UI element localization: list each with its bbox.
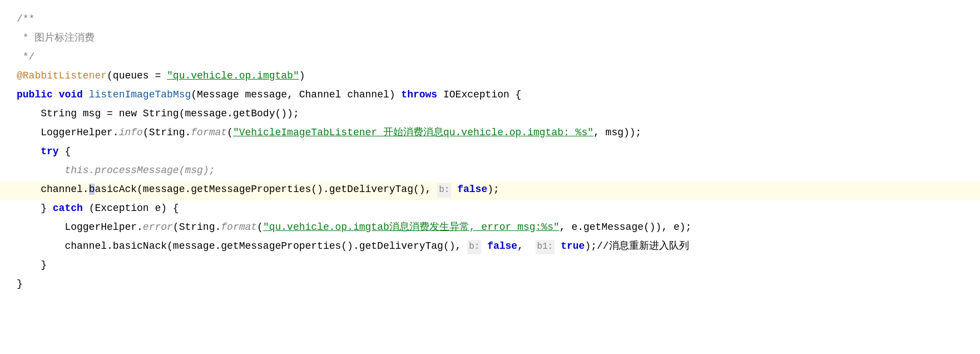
basic-ack-selected: basicAck: [89, 181, 137, 198]
comment-text: /**: [17, 11, 34, 27]
nack-comma: ,: [517, 238, 535, 254]
logger-error-indent: LoggerHelper.: [17, 219, 143, 235]
code-line-channel-nack: channel.basicNack(message.getMessageProp…: [0, 238, 980, 257]
logger-format-string: "VehicleImageTabListener 开始消费消息qu.vehicl…: [233, 125, 593, 141]
catch-close-brace: }: [17, 257, 47, 273]
code-line-process: this.processMessage(msg);: [0, 163, 980, 181]
keyword-public: public: [17, 87, 53, 103]
error-format-call: (String.: [173, 219, 221, 235]
method-name: listenImageTabMsg: [89, 87, 191, 103]
format-method: format: [191, 125, 227, 141]
selected-basic-ack: b: [89, 184, 95, 195]
code-line-try: try {: [0, 144, 980, 163]
code-line-method-sig: public void listenImageTabMsg(Message me…: [0, 87, 980, 106]
indent-try: [17, 144, 41, 160]
code-line-comment3: */: [0, 49, 980, 68]
b-param-hint2: b:: [467, 240, 481, 254]
nack-end: );//消息重新进入队列: [585, 238, 689, 254]
ack-end: );: [487, 181, 499, 198]
try-keyword: try: [41, 144, 58, 160]
exception-text: IOException {: [437, 87, 521, 103]
format-paren: (: [227, 125, 233, 141]
error-end: , e.getMessage()), e);: [560, 219, 692, 235]
annotation-name: @RabbitListener: [17, 68, 107, 84]
comment-end: */: [17, 49, 34, 65]
annotation-paren-close: ): [299, 68, 305, 84]
logger-info-method: info: [119, 125, 143, 141]
space-true: [555, 238, 561, 254]
code-line-comment1: /**: [0, 11, 980, 30]
code-line-catch: } catch (Exception e) {: [0, 200, 980, 219]
string-msg-code: String msg = new String(message.getBody(…: [17, 106, 299, 122]
code-line-method-close: }: [0, 276, 980, 295]
annotation-paren-open: (queues =: [107, 68, 167, 84]
space-before-false: [451, 181, 457, 198]
space1: [53, 87, 59, 103]
code-line-string-msg: String msg = new String(message.getBody(…: [0, 106, 980, 125]
keyword-void: void: [59, 87, 83, 103]
method-params: (Message message, Channel channel): [191, 87, 401, 103]
code-line-catch-close: }: [0, 257, 980, 276]
catch-keyword: catch: [53, 200, 83, 217]
process-message-call: this.processMessage(msg);: [17, 163, 215, 179]
space2: [83, 87, 89, 103]
code-line-annotation: @RabbitListener(queues = "qu.vehicle.op.…: [0, 68, 980, 87]
false-value2: false: [487, 238, 517, 254]
annotation-queue-value: "qu.vehicle.op.imgtab": [167, 68, 299, 84]
code-line-channel-ack: channel.basicAck(message.getMessagePrope…: [0, 181, 980, 200]
space-false2: [481, 238, 487, 254]
throws-keyword: throws: [401, 87, 437, 103]
code-line-comment2: * 图片标注消费: [0, 30, 980, 49]
code-editor: /** * 图片标注消费 */ @RabbitListener(queues =…: [0, 0, 980, 354]
false-value: false: [457, 181, 487, 198]
nack-start: channel.basicNack(message.getMessageProp…: [17, 238, 467, 254]
logger-helper: LoggerHelper.: [17, 125, 119, 141]
b1-param-hint: b1:: [536, 240, 555, 254]
error-format-method: format: [221, 219, 257, 235]
logger-error-method: error: [143, 219, 173, 235]
error-format-paren: (: [257, 219, 263, 235]
method-close-brace: }: [17, 276, 23, 292]
logger-format-call: (String.: [143, 125, 191, 141]
true-value: true: [561, 238, 585, 254]
ack-indent: channel.: [17, 181, 89, 198]
code-line-logger-info: LoggerHelper.info(String.format("Vehicle…: [0, 125, 980, 144]
error-format-string: "qu.vehicle.op.imgtab消息消费发生异常, error msg…: [263, 219, 560, 235]
logger-end: , msg));: [593, 125, 641, 141]
catch-args: (Exception e) {: [83, 200, 179, 217]
comment-desc: * 图片标注消费: [17, 30, 95, 46]
ack-args: (message.getMessageProperties().getDeliv…: [137, 181, 437, 198]
try-brace: {: [59, 144, 71, 160]
code-line-logger-error: LoggerHelper.error(String.format("qu.veh…: [0, 219, 980, 238]
b-param-hint: b:: [437, 183, 451, 198]
catch-indent: }: [17, 200, 53, 217]
